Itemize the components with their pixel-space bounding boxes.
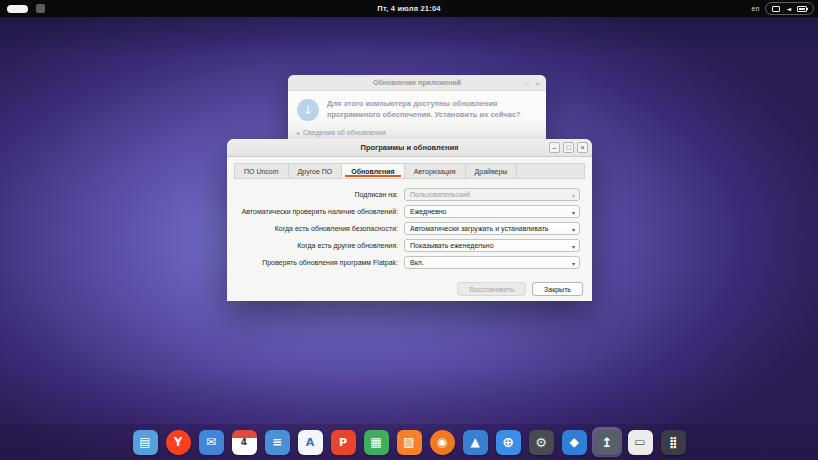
update-notifier-titlebar[interactable]: Обновление приложений – ×	[288, 75, 546, 91]
dock-item-printer[interactable]: ▭	[625, 427, 655, 457]
yandex-browser-icon: Y	[166, 430, 191, 455]
form-row-other-updates: Когда есть другие обновления:Показывать …	[239, 239, 580, 252]
update-notifier-title: Обновление приложений	[373, 79, 461, 86]
system-tray[interactable]: ◄	[765, 2, 814, 15]
close-button[interactable]: Закрыть	[532, 282, 583, 296]
dock: ▤Y✉4≡AP▦▨◉▲⊕⚙◆↥▭⣿	[130, 427, 688, 457]
software-updater-icon: ↓	[297, 99, 319, 121]
dock-panel: ▤Y✉4≡AP▦▨◉▲⊕⚙◆↥▭⣿	[0, 424, 818, 460]
close-icon[interactable]: ×	[535, 79, 540, 88]
tab-bar: ПО UncomДругое ПООбновленияАвторизацияДр…	[234, 163, 585, 179]
volume-icon: ◄	[786, 6, 791, 12]
form-row-flatpak-updates: Проверять обновления программ Flatpak:Вк…	[239, 256, 580, 269]
pdf-viewer-icon: P	[331, 430, 356, 455]
software-updater-icon: ↥	[595, 430, 620, 455]
dock-item-word-processor[interactable]: A	[295, 427, 325, 457]
software-properties-titlebar[interactable]: Программы и обновления – □ ×	[227, 139, 592, 157]
tab-other-software[interactable]: Другое ПО	[289, 164, 343, 178]
update-details-label: Сведения об обновлении	[303, 129, 386, 136]
tab-updates[interactable]: Обновления	[342, 164, 404, 178]
distro-logo[interactable]	[7, 5, 28, 13]
presentation-icon: ▨	[397, 430, 422, 455]
top-panel: Пт, 4 июля 21:04 en ◄	[0, 0, 818, 17]
spreadsheet-icon: ▦	[364, 430, 389, 455]
calendar-icon: 4	[232, 430, 257, 455]
battery-icon	[797, 6, 807, 12]
panel-app-icon[interactable]	[36, 4, 45, 13]
security-updates-dropdown[interactable]: Автоматически загружать и устанавливать▾	[404, 222, 580, 235]
text-editor-icon: ≡	[265, 430, 290, 455]
form-row-security-updates: Когда есть обновления безопасности:Автом…	[239, 222, 580, 235]
auto-check-updates-dropdown[interactable]: Ежедневно▾	[404, 205, 580, 218]
clock[interactable]: Пт, 4 июля 21:04	[377, 0, 440, 17]
expander-triangle-icon: ▸	[297, 129, 300, 136]
file-manager-icon: ▤	[133, 430, 158, 455]
software-properties-window: Программы и обновления – □ × ПО UncomДру…	[227, 139, 592, 301]
chevron-down-icon: ▾	[572, 192, 575, 199]
flatpak-updates-label: Проверять обновления программ Flatpak:	[239, 259, 404, 266]
minimize-button[interactable]: –	[549, 142, 560, 153]
chevron-down-icon: ▾	[572, 209, 575, 216]
dock-item-file-manager[interactable]: ▤	[130, 427, 160, 457]
other-updates-label: Когда есть другие обновления:	[239, 242, 404, 249]
subscribed-to-dropdown[interactable]: Пользовательский▾	[404, 188, 580, 201]
dock-item-yandex-browser[interactable]: Y	[163, 427, 193, 457]
printer-icon: ▭	[628, 430, 653, 455]
software-properties-title: Программы и обновления	[361, 143, 459, 152]
dock-item-text-editor[interactable]: ≡	[262, 427, 292, 457]
chevron-down-icon: ▾	[572, 243, 575, 250]
organizer-icon: ◉	[430, 430, 455, 455]
restore-button[interactable]: Восстановить	[457, 282, 526, 296]
image-viewer-icon: ▲	[463, 430, 488, 455]
dock-item-organizer[interactable]: ◉	[427, 427, 457, 457]
mail-icon: ✉	[199, 430, 224, 455]
tab-authentication[interactable]: Авторизация	[405, 164, 466, 178]
dock-item-calendar[interactable]: 4	[229, 427, 259, 457]
dock-item-presentation[interactable]: ▨	[394, 427, 424, 457]
word-processor-icon: A	[298, 430, 323, 455]
dock-item-web-browser[interactable]: ⊕	[493, 427, 523, 457]
dock-item-mail[interactable]: ✉	[196, 427, 226, 457]
dock-item-pdf-viewer[interactable]: P	[328, 427, 358, 457]
chevron-down-icon: ▾	[572, 226, 575, 233]
display-icon	[772, 6, 780, 12]
keyboard-layout-indicator[interactable]: en	[752, 5, 760, 12]
updates-form: Подписан на:Пользовательский▾Автоматичес…	[227, 179, 592, 269]
maximize-button[interactable]: □	[563, 142, 574, 153]
subscribed-to-label: Подписан на:	[239, 191, 404, 198]
close-button[interactable]: ×	[577, 142, 588, 153]
dock-item-software-updater[interactable]: ↥	[592, 427, 622, 457]
update-details-expander[interactable]: ▸ Сведения об обновлении	[297, 129, 537, 136]
form-row-subscribed-to: Подписан на:Пользовательский▾	[239, 188, 580, 201]
web-browser-icon: ⊕	[496, 430, 521, 455]
security-updates-label: Когда есть обновления безопасности:	[239, 225, 404, 232]
minimize-icon[interactable]: –	[525, 79, 529, 88]
app-grid-icon: ⣿	[661, 430, 686, 455]
dock-item-navigator[interactable]: ◆	[559, 427, 589, 457]
tab-drivers[interactable]: Драйверы	[466, 164, 518, 178]
dock-item-image-viewer[interactable]: ▲	[460, 427, 490, 457]
auto-check-updates-label: Автоматически проверять наличие обновлен…	[239, 208, 404, 215]
settings-icon: ⚙	[529, 430, 554, 455]
flatpak-updates-dropdown[interactable]: Вкл.▾	[404, 256, 580, 269]
navigator-icon: ◆	[562, 430, 587, 455]
chevron-down-icon: ▾	[572, 260, 575, 267]
tab-software-uncom[interactable]: ПО Uncom	[235, 164, 289, 178]
form-row-auto-check-updates: Автоматически проверять наличие обновлен…	[239, 205, 580, 218]
dock-item-spreadsheet[interactable]: ▦	[361, 427, 391, 457]
dock-item-settings[interactable]: ⚙	[526, 427, 556, 457]
dock-item-app-grid[interactable]: ⣿	[658, 427, 688, 457]
dialog-button-bar: ВосстановитьЗакрыть	[457, 282, 583, 296]
update-message: Для этого компьютера доступны обновления…	[327, 99, 537, 121]
other-updates-dropdown[interactable]: Показывать еженедельно▾	[404, 239, 580, 252]
desktop-wallpaper: { "colors": { "accent_orange": "#e95420"…	[0, 0, 818, 460]
